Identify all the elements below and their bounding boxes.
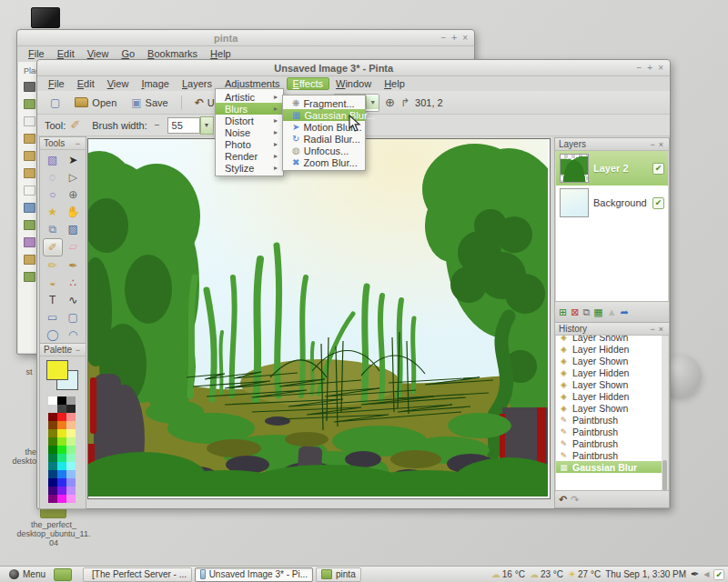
palette-swatch[interactable] <box>48 446 57 454</box>
ellipse-tool-tool-button[interactable]: ◯ <box>43 326 63 343</box>
history-entry[interactable]: ◈Layer Hidden <box>556 343 662 355</box>
menu-item-go[interactable]: Go <box>115 47 141 60</box>
gradient-tool-tool-button[interactable]: ▨ <box>64 221 84 237</box>
blurs-submenu-item-zoom-blur[interactable]: ✖Zoom Blur... <box>283 156 365 168</box>
task-button[interactable]: pinta <box>316 567 361 582</box>
show-desktop-button[interactable] <box>54 568 72 581</box>
delete-layer-button[interactable]: ⊠ <box>571 306 579 318</box>
mint-menu-button[interactable]: Menu <box>4 567 51 582</box>
effects-menu-item-blurs[interactable]: Blurs▸ <box>216 103 283 115</box>
palette-swatch[interactable] <box>48 396 57 405</box>
eraser-tool-button[interactable]: ▱ <box>64 238 84 255</box>
menu-item-help[interactable]: Help <box>378 77 411 90</box>
history-entry[interactable]: ◈Layer Hidden <box>556 390 662 402</box>
maximize-button[interactable]: + <box>647 63 652 73</box>
magic-wand-tool-button[interactable]: ★ <box>43 204 63 220</box>
history-entry[interactable]: ✎Paintbrush <box>556 426 662 437</box>
history-redo-button[interactable]: ↷ <box>571 494 579 506</box>
collapse-button[interactable]: − <box>74 139 82 148</box>
palette-swatch[interactable] <box>66 478 76 487</box>
close-icon[interactable]: × <box>657 140 665 149</box>
move-layer-up-button[interactable]: ▲ <box>607 306 617 317</box>
palette-swatch[interactable] <box>66 437 76 446</box>
line-curve-tool-tool-button[interactable]: ∿ <box>64 292 84 308</box>
layer-row[interactable]: Background✔ <box>556 186 668 220</box>
history-entry[interactable]: ▦Gaussian Blur <box>556 461 662 473</box>
history-entry[interactable]: ◈Layer Hidden <box>556 366 662 378</box>
palette-swatch[interactable] <box>48 405 57 413</box>
effects-menu-item-photo[interactable]: Photo▸ <box>216 138 283 150</box>
layer-row[interactable]: Layer 2✔ <box>556 151 668 186</box>
collapse-button[interactable]: − <box>74 346 82 355</box>
menu-item-file[interactable]: File <box>42 77 71 90</box>
palette-swatch[interactable] <box>57 462 66 470</box>
freeform-shape-tool-tool-button[interactable]: ◠ <box>64 326 84 343</box>
desktop-icon-screenshot[interactable] <box>31 7 60 28</box>
paintbrush-tool-button[interactable]: ✐ <box>43 238 63 256</box>
palette-swatch[interactable] <box>66 396 76 405</box>
palette-swatch[interactable] <box>66 421 76 429</box>
pinta-titlebar[interactable]: Unsaved Image 3* - Pinta − + × <box>37 60 670 76</box>
palette-swatch[interactable] <box>57 413 66 421</box>
history-entry[interactable]: ◈Layer Shown <box>556 378 662 390</box>
palette-swatch[interactable] <box>48 495 57 503</box>
save-button[interactable]: ▣ Save <box>126 95 173 110</box>
palette-swatch[interactable] <box>57 487 66 495</box>
zoom-in-icon[interactable]: ⊕ <box>385 95 395 109</box>
pencil-tool-button[interactable]: ✏ <box>43 257 63 274</box>
minimize-button[interactable]: − <box>440 33 446 43</box>
menu-item-edit[interactable]: Edit <box>51 47 81 60</box>
update-manager-icon[interactable]: ✔ <box>713 569 724 580</box>
weather-applet[interactable]: ☁16 °C <box>491 569 525 579</box>
palette-swatch[interactable] <box>66 470 76 478</box>
history-scrollbar[interactable] <box>662 336 668 491</box>
palette-swatch[interactable] <box>57 446 66 454</box>
palette-swatch[interactable] <box>57 421 66 429</box>
desktop-label-the-desktop[interactable]: the deskto <box>9 447 36 466</box>
menu-item-bookmarks[interactable]: Bookmarks <box>141 47 204 60</box>
palette-swatch[interactable] <box>48 429 57 437</box>
effects-menu-item-render[interactable]: Render▸ <box>216 150 283 162</box>
clock[interactable]: Thu Sep 1, 3:30 PM <box>605 569 686 579</box>
palette-swatch[interactable] <box>48 478 57 487</box>
color-picker-tool-button[interactable]: ✒ <box>64 257 84 274</box>
canvas-image[interactable] <box>88 139 548 497</box>
palette-swatch[interactable] <box>57 405 66 413</box>
blurs-submenu-item-fragment[interactable]: ❋Fragment... <box>283 97 365 109</box>
effects-menu-item-distort[interactable]: Distort▸ <box>216 115 283 126</box>
primary-color-swatch[interactable] <box>46 360 68 380</box>
palette-swatch[interactable] <box>57 429 66 437</box>
duplicate-layer-button[interactable]: ⧉ <box>582 306 590 318</box>
history-entry[interactable]: ✎Paintbrush <box>556 449 662 461</box>
palette-swatch[interactable] <box>66 454 76 462</box>
layer-properties-button[interactable]: ➦ <box>621 306 629 318</box>
palette-swatch[interactable] <box>48 470 57 478</box>
add-layer-button[interactable]: ⊞ <box>559 306 567 318</box>
history-entry[interactable]: ◈Layer Shown <box>556 402 662 414</box>
chevron-down-icon[interactable]: ▼ <box>200 116 214 135</box>
palette-swatch[interactable] <box>66 495 76 503</box>
effects-menu-item-noise[interactable]: Noise▸ <box>216 126 283 138</box>
palette-swatch[interactable] <box>57 495 66 503</box>
pan-tool-tool-button[interactable]: ✋ <box>64 204 84 220</box>
palette-swatch[interactable] <box>57 454 66 462</box>
layer-visible-checkbox[interactable]: ✔ <box>652 197 664 209</box>
task-button[interactable]: [The Perfect Server - ... <box>83 567 192 582</box>
zoom-tool-tool-button[interactable]: ⊕ <box>64 186 84 203</box>
history-entry[interactable]: ✎Paintbrush <box>556 414 662 426</box>
menu-item-effects[interactable]: Effects <box>287 77 329 90</box>
weather-applet[interactable]: ☁23 °C <box>530 569 563 579</box>
collapse-button[interactable]: − <box>648 140 656 149</box>
volume-icon[interactable]: ◀ <box>703 570 709 578</box>
palette-swatch[interactable] <box>66 429 76 437</box>
brush-width-decrease-button[interactable]: − <box>152 120 163 130</box>
file-manager-titlebar[interactable]: pinta − + × <box>17 30 474 46</box>
task-button[interactable]: Unsaved Image 3* - Pi... <box>195 567 313 582</box>
recolor-tool-tool-button[interactable]: ∴ <box>64 275 84 291</box>
move-selection-tool-button[interactable]: ➤ <box>64 152 84 168</box>
palette-swatch[interactable] <box>48 462 57 470</box>
palette-swatch[interactable] <box>66 462 76 470</box>
menu-item-view[interactable]: View <box>81 47 116 60</box>
palette-swatch-grid[interactable] <box>48 396 76 503</box>
desktop-label-st[interactable]: st <box>20 367 38 376</box>
